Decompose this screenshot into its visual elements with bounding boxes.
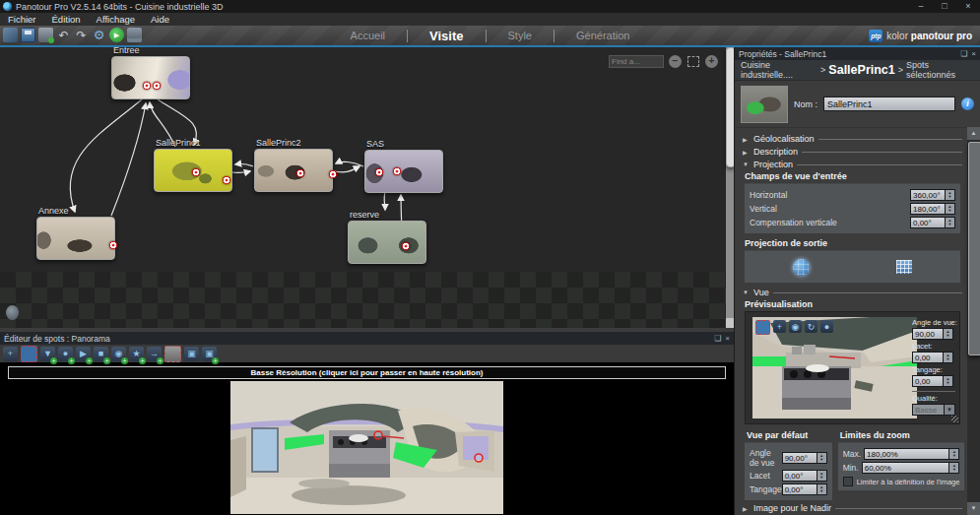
zoom-view-icon[interactable]: ◉ — [789, 320, 802, 333]
spinbox[interactable]: 0,00°▴▾ — [782, 470, 827, 482]
node-thumbnail[interactable] — [254, 149, 333, 192]
float-panel-icon[interactable]: ❏ — [714, 334, 721, 343]
menu-fichier[interactable]: Fichier — [0, 13, 44, 26]
spinbox[interactable]: 90,00°▴▾ — [782, 452, 827, 464]
pano-spot-marker[interactable] — [475, 454, 483, 462]
tab-generation[interactable]: Génération — [555, 30, 651, 41]
close-panel-icon[interactable]: × — [725, 334, 730, 343]
spin-arrows-icon[interactable]: ▴▾ — [946, 203, 955, 215]
spin-arrows-icon[interactable]: ▴▾ — [944, 352, 953, 363]
tab-style[interactable]: Style — [487, 30, 554, 41]
scrollbar-thumb[interactable] — [968, 142, 980, 355]
spinbox[interactable]: 0,00▴▾ — [912, 375, 955, 387]
pano-spot-marker[interactable] — [374, 431, 382, 439]
scroll-down-icon[interactable]: ▼ — [967, 502, 980, 515]
spin-arrows-icon[interactable]: ▴▾ — [944, 375, 953, 387]
select-tool-icon[interactable] — [21, 346, 37, 362]
pan-tool-icon[interactable]: + — [3, 347, 18, 361]
spot-marker[interactable] — [192, 168, 200, 176]
node-thumbnail[interactable] — [111, 56, 190, 99]
spinbox[interactable]: 180,00°▴▾ — [910, 203, 955, 215]
image-tool-icon[interactable]: ▣ — [184, 347, 199, 361]
spin-arrows-icon[interactable]: ▴▾ — [946, 189, 955, 201]
spinbox[interactable]: 360,00°▴▾ — [910, 189, 955, 201]
rotate-view-icon[interactable]: ↻ — [805, 320, 817, 333]
graph-node-salleprinc2[interactable]: SallePrinc2 — [254, 149, 333, 192]
spin-arrows-icon[interactable]: ▴▾ — [817, 483, 827, 495]
spot-marker[interactable] — [402, 242, 410, 250]
find-node-input[interactable] — [609, 55, 664, 68]
spot-marker[interactable] — [329, 170, 337, 178]
spot-marker[interactable] — [109, 241, 117, 249]
zoom-fit-button[interactable] — [686, 55, 700, 68]
section-geolocalisation[interactable]: ▶ Géolocalisation — [743, 134, 962, 144]
limit-definition-checkbox[interactable] — [843, 477, 853, 486]
node-thumbnail[interactable] — [154, 149, 232, 192]
add-point-spot-icon[interactable]: ● — [58, 347, 73, 361]
resize-grip[interactable] — [951, 416, 958, 422]
add-pin-spot-icon[interactable]: ◉ — [111, 347, 126, 361]
spin-arrows-icon[interactable]: ▴▾ — [817, 470, 827, 482]
tab-accueil[interactable]: Accueil — [329, 30, 407, 41]
breadcrumb-root[interactable]: Cuisine industrielle.... — [741, 60, 817, 80]
section-nadir[interactable]: ▶ Image pour le Nadir — [743, 503, 962, 513]
spinbox[interactable]: 60,00%▴▾ — [862, 462, 960, 474]
minimize-button[interactable]: – — [909, 0, 933, 13]
panorama-image[interactable] — [230, 381, 503, 514]
scrollbar-endcap[interactable] — [726, 318, 734, 328]
spinbox[interactable]: 0,00°▴▾ — [782, 483, 827, 495]
select-area-icon[interactable] — [755, 320, 770, 335]
spherical-projection-icon[interactable] — [793, 259, 810, 276]
properties-scrollbar[interactable]: ▲ ▼ — [967, 127, 980, 515]
add-screen-spot-icon[interactable]: ■ — [94, 347, 108, 361]
tour-graph-canvas[interactable]: EntreeSallePrinc1SallePrinc2SASAnnexeres… — [0, 47, 734, 328]
add-video-spot-icon[interactable]: ▶ — [76, 347, 91, 361]
low-resolution-banner[interactable]: Basse Résolution (cliquer ici pour passe… — [8, 366, 726, 379]
quality-select[interactable]: Basse ▼ — [912, 404, 955, 416]
spot-marker[interactable] — [143, 82, 151, 90]
add-star-spot-icon[interactable]: ★ — [129, 347, 144, 361]
tab-visite[interactable]: Visite — [408, 29, 485, 43]
graph-node-entree[interactable]: Entree — [111, 56, 190, 99]
spin-arrows-icon[interactable]: ▴▾ — [949, 462, 959, 474]
spot-marker[interactable] — [223, 176, 230, 184]
spin-arrows-icon[interactable]: ▴▾ — [949, 448, 959, 460]
zoom-out-button[interactable]: − — [669, 55, 682, 68]
section-projection[interactable]: ▼ Projection — [743, 160, 962, 169]
float-panel-icon[interactable]: ❏ — [960, 49, 967, 58]
node-thumbnail[interactable] — [348, 221, 426, 264]
canvas-vertical-scrollbar[interactable] — [726, 47, 734, 328]
spinbox[interactable]: 0,00▴▾ — [912, 352, 955, 363]
add-image-tool-icon[interactable]: ▣ — [202, 347, 217, 361]
spot-marker[interactable] — [296, 169, 304, 177]
spin-arrows-icon[interactable]: ▴▾ — [817, 452, 827, 464]
spinbox[interactable]: 180,00%▴▾ — [864, 448, 959, 460]
spot-marker[interactable] — [153, 82, 161, 90]
rectangle-tool-icon[interactable] — [164, 346, 181, 362]
pan-view-icon[interactable]: + — [773, 320, 786, 333]
spinbox[interactable]: 90,00▴▾ — [912, 328, 955, 340]
cubic-projection-icon[interactable] — [896, 260, 912, 274]
spot-marker[interactable] — [375, 168, 383, 176]
spinbox[interactable]: 0,00°▴▾ — [910, 217, 955, 228]
node-thumbnail[interactable] — [36, 217, 115, 260]
add-polygon-spot-icon[interactable]: ▼ — [40, 347, 55, 361]
info-icon[interactable]: i — [961, 97, 974, 110]
node-thumbnail[interactable] — [364, 150, 443, 193]
compass-icon[interactable]: ● — [820, 320, 833, 333]
menu-edition[interactable]: Édition — [44, 13, 89, 26]
graph-node-reserve[interactable]: reserve — [348, 221, 426, 264]
add-arrow-spot-icon[interactable]: → — [147, 347, 162, 361]
maximize-button[interactable]: □ — [933, 0, 956, 13]
graph-node-sas[interactable]: SAS — [364, 150, 443, 193]
menu-affichage[interactable]: Affichage — [89, 13, 143, 26]
section-vue[interactable]: ▼ Vue — [743, 288, 962, 297]
spin-arrows-icon[interactable]: ▴▾ — [946, 217, 955, 228]
zoom-in-button[interactable]: + — [705, 55, 718, 68]
menu-aide[interactable]: Aide — [143, 13, 177, 26]
section-description[interactable]: ▶ Description — [743, 147, 962, 157]
graph-node-salleprinc1[interactable]: SallePrinc1 — [154, 149, 232, 192]
close-panel-icon[interactable]: × — [971, 49, 976, 58]
graph-node-annexe[interactable]: Annexe — [36, 217, 115, 260]
close-button[interactable]: × — [956, 0, 980, 13]
